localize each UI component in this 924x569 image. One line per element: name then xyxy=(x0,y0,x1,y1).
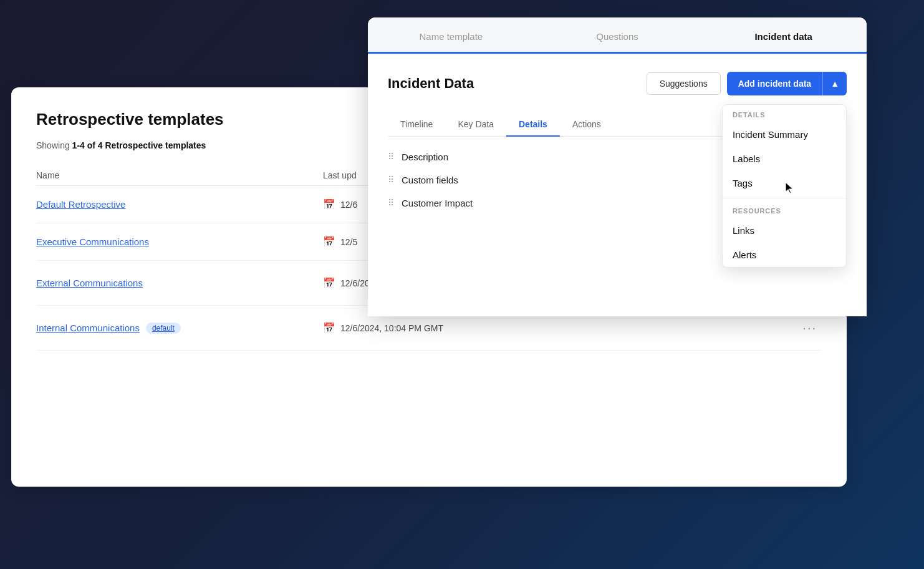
drag-handle-icon[interactable]: ⠿ xyxy=(388,175,394,185)
template-link-external-communications[interactable]: External Communications xyxy=(36,278,323,288)
dropdown-item-links[interactable]: Links xyxy=(723,218,846,243)
add-incident-btn-label: Add incident data xyxy=(727,73,822,94)
dropdown-section-details: DETAILS xyxy=(723,105,846,122)
content-header: Incident Data Suggestions Add incident d… xyxy=(388,72,847,95)
sub-tab-actions[interactable]: Actions xyxy=(560,113,614,137)
tab-incident-data[interactable]: Incident data xyxy=(700,17,867,54)
tab-questions[interactable]: Questions xyxy=(534,17,701,54)
calendar-icon: 📅 xyxy=(323,236,335,248)
item-label: Custom fields xyxy=(402,175,458,185)
updated-date: 12/6/2024, 10:04 PM GMT xyxy=(340,323,443,333)
chevron-up-icon[interactable]: ▲ xyxy=(823,73,847,94)
wizard-panel: Name template Questions Incident data In… xyxy=(368,17,867,316)
template-link-executive-communications[interactable]: Executive Communications xyxy=(36,236,323,247)
sub-tab-key-data[interactable]: Key Data xyxy=(445,113,506,137)
item-label: Description xyxy=(402,152,448,162)
dropdown-section-resources: RESOURCES xyxy=(723,201,846,218)
dropdown-item-labels[interactable]: Labels xyxy=(723,147,846,171)
dropdown-item-alerts[interactable]: Alerts xyxy=(723,243,846,267)
suggestions-button[interactable]: Suggestions xyxy=(647,72,721,95)
drag-handle-icon[interactable]: ⠿ xyxy=(388,198,394,208)
default-badge: default xyxy=(146,323,181,334)
calendar-icon: 📅 xyxy=(323,277,335,289)
incident-data-title: Incident Data xyxy=(388,75,474,92)
add-incident-data-button[interactable]: Add incident data ▲ xyxy=(727,72,847,95)
sub-tab-details[interactable]: Details xyxy=(506,113,560,137)
dropdown-divider xyxy=(723,198,846,198)
template-link-internal-communications[interactable]: Internal Communications default xyxy=(36,323,323,334)
calendar-icon: 📅 xyxy=(323,322,335,334)
dropdown-item-tags[interactable]: Tags xyxy=(723,171,846,195)
row-actions-button[interactable]: ··· xyxy=(797,318,822,338)
wizard-tabs: Name template Questions Incident data xyxy=(368,17,867,54)
tab-name-template[interactable]: Name template xyxy=(368,17,534,54)
header-buttons: Suggestions Add incident data ▲ xyxy=(647,72,847,95)
item-label: Customer Impact xyxy=(402,198,473,208)
dropdown-item-incident-summary[interactable]: Incident Summary xyxy=(723,122,846,147)
column-name: Name xyxy=(36,170,323,180)
add-incident-data-dropdown: DETAILS Incident Summary Labels Tags RES… xyxy=(722,104,847,268)
calendar-icon: 📅 xyxy=(323,198,335,210)
wizard-content: Incident Data Suggestions Add incident d… xyxy=(368,54,867,316)
sub-tab-timeline[interactable]: Timeline xyxy=(388,113,445,137)
updated-date: 12/5 xyxy=(340,237,357,247)
updated-date: 12/6 xyxy=(340,200,357,210)
template-link-default-retrospective[interactable]: Default Retrospective xyxy=(36,199,323,210)
drag-handle-icon[interactable]: ⠿ xyxy=(388,152,394,162)
